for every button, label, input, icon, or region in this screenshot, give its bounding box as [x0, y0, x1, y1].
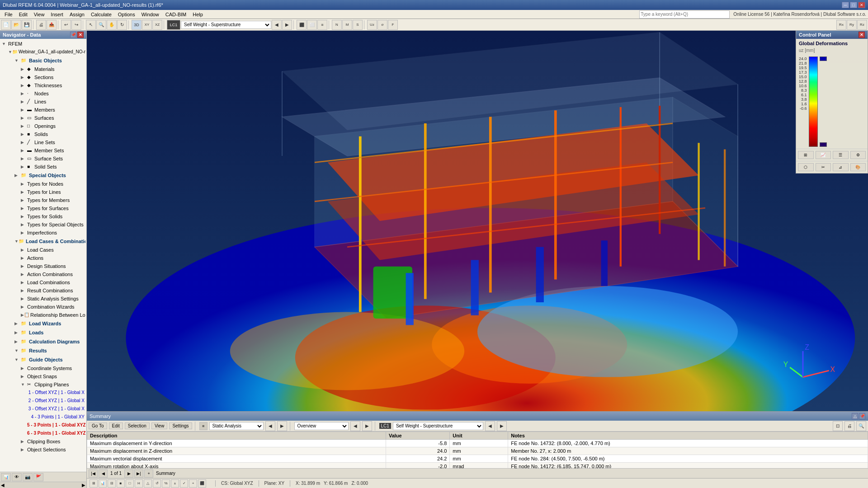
first-page-btn[interactable]: |◀: [89, 469, 98, 478]
menu-assign[interactable]: Assign: [67, 11, 87, 18]
tree-thicknesses[interactable]: ▶◆Thicknesses: [20, 81, 85, 89]
cp-settings-cp-btn[interactable]: ⚙: [850, 151, 866, 159]
surface-btn[interactable]: S: [353, 20, 363, 30]
goto-btn[interactable]: Go To: [89, 422, 107, 429]
tree-load-cases[interactable]: ▶Load Cases: [20, 246, 85, 254]
status-icon-6[interactable]: H: [135, 479, 143, 488]
tree-members[interactable]: ▶▬Members: [20, 106, 85, 114]
load-case-type-btn[interactable]: LC1: [167, 20, 180, 30]
zoom-fit-btn[interactable]: ⊡: [833, 421, 843, 431]
view-3d-btn[interactable]: 3D: [132, 20, 142, 30]
view-btn[interactable]: View: [151, 422, 168, 429]
nav-flag-btn[interactable]: 🚩: [33, 473, 43, 481]
tree-action-combinations[interactable]: ▶Action Combinations: [20, 270, 85, 278]
close-button[interactable]: ✕: [858, 2, 865, 8]
tree-member-sets[interactable]: ▶▬Member Sets: [20, 146, 85, 155]
undo-btn[interactable]: ↩: [61, 20, 71, 30]
tree-load-wizards[interactable]: ▶ 📁 Load Wizards: [14, 319, 85, 328]
edit-btn[interactable]: Edit: [109, 422, 123, 429]
prev-loadcase-btn[interactable]: ◀: [272, 20, 282, 30]
last-page-btn[interactable]: ▶|: [134, 469, 143, 478]
tree-actions[interactable]: ▶Actions: [20, 254, 85, 262]
tree-surfaces[interactable]: ▶▭Surfaces: [20, 114, 85, 122]
tree-solids[interactable]: ▶■Solids: [20, 130, 85, 138]
nav-scroll-right[interactable]: ▶: [82, 483, 85, 488]
clip-plane-6[interactable]: 6 - 3 Points | 1 - Global XYZ: [26, 429, 85, 437]
tree-types-solids[interactable]: ▶Types for Solids: [20, 212, 85, 221]
status-icon-7[interactable]: △: [144, 479, 152, 488]
export-btn[interactable]: 📤: [47, 20, 57, 30]
tree-static-analysis[interactable]: ▶Static Analysis Settings: [20, 295, 85, 303]
status-icon-2[interactable]: 📊: [99, 479, 107, 488]
next-analysis-btn[interactable]: ▶: [277, 421, 287, 431]
status-icon-13[interactable]: ⬛: [198, 479, 206, 488]
keyword-search-input[interactable]: [639, 10, 730, 19]
pan-btn[interactable]: ✋: [107, 20, 117, 30]
maximize-button[interactable]: □: [850, 2, 857, 8]
toggle-basic[interactable]: ▼: [14, 56, 21, 65]
tree-line-sets[interactable]: ▶╱Line Sets: [20, 138, 85, 146]
save-btn[interactable]: 💾: [22, 20, 32, 30]
tree-types-nodes[interactable]: ▶Types for Nodes: [20, 180, 85, 188]
3d-viewport[interactable]: X Y Z Control Panel ✕ Global Deformation…: [87, 31, 868, 411]
tree-result-combinations[interactable]: ▶Result Combinations: [20, 286, 85, 295]
bottom-prev-lc-btn[interactable]: ◀: [485, 421, 495, 431]
tree-design-situations[interactable]: ▶Design Situations: [20, 262, 85, 270]
cp-section-btn[interactable]: ✂: [816, 163, 831, 171]
clip-plane-4[interactable]: 4 - 3 Points | 1 - Global XY: [26, 413, 85, 421]
rotate-y-btn[interactable]: Ry: [847, 20, 857, 30]
tree-guide-objects[interactable]: ▼ 📁 Guide Objects: [14, 355, 85, 364]
tree-basic-objects[interactable]: ▼ 📁 Basic Objects: [14, 56, 85, 65]
status-icon-8[interactable]: ↺: [153, 479, 161, 488]
clip-plane-1[interactable]: 1 - Offset XYZ | 1 - Global X: [26, 389, 85, 397]
tree-types-lines[interactable]: ▶Types for Lines: [20, 188, 85, 196]
nav-data-btn[interactable]: 📊: [1, 473, 11, 481]
next-overview-btn[interactable]: ▶: [362, 421, 372, 431]
bottom-loadcase-selector[interactable]: Self Weight - Superstructure: [393, 422, 483, 430]
tree-nodes[interactable]: ▶·Nodes: [20, 89, 85, 98]
search-results-btn[interactable]: 🔍: [856, 421, 866, 431]
force-btn[interactable]: F: [388, 20, 398, 30]
cp-chart-btn[interactable]: 📈: [816, 151, 831, 159]
stress-btn[interactable]: σ: [377, 20, 387, 30]
tree-calc-diagrams[interactable]: ▶ 📁 Calculation Diagrams: [14, 337, 85, 346]
deform-btn[interactable]: Uz: [367, 20, 377, 30]
rotate-btn[interactable]: ↻: [117, 20, 127, 30]
prev-overview-btn[interactable]: ◀: [350, 421, 360, 431]
clip-plane-2[interactable]: 2 - Offset XYZ | 1 - Global X: [26, 397, 85, 405]
toggle-project[interactable]: ▼: [8, 48, 12, 56]
new-btn[interactable]: 📄: [1, 20, 11, 30]
navigator-close-btn[interactable]: ✕: [77, 32, 84, 38]
tree-results[interactable]: ▼ 📁 Results: [14, 346, 85, 355]
tree-types-special[interactable]: ▶Types for Special Objects: [20, 221, 85, 229]
nav-scroll-left[interactable]: ◀: [1, 483, 5, 488]
status-icon-10[interactable]: ±: [171, 479, 179, 488]
tree-solid-sets[interactable]: ▶■Solid Sets: [20, 163, 85, 171]
menu-view[interactable]: View: [31, 11, 47, 18]
tree-surface-sets[interactable]: ▶▭Surface Sets: [20, 155, 85, 163]
next-loadcase-btn[interactable]: ▶: [282, 20, 292, 30]
zoom-btn[interactable]: 🔍: [96, 20, 106, 30]
menu-help[interactable]: Help: [190, 11, 206, 18]
tree-object-snaps[interactable]: ▶Object Snaps: [20, 372, 85, 380]
tree-sections[interactable]: ▶◆Sections: [20, 73, 85, 81]
cp-filter-btn[interactable]: ⊿: [833, 163, 849, 171]
menu-options[interactable]: Options: [115, 11, 138, 18]
render-btn[interactable]: ⬛: [297, 20, 307, 30]
tree-coord-systems[interactable]: ▶Coordinate Systems: [20, 364, 85, 372]
navigator-pin-btn[interactable]: 📌: [70, 32, 76, 38]
status-icon-11[interactable]: ✓: [180, 479, 188, 488]
view-side-btn[interactable]: XZ: [152, 20, 162, 30]
bottom-panel-expand-btn[interactable]: △: [852, 413, 858, 419]
prev-analysis-btn[interactable]: ◀: [265, 421, 275, 431]
view-front-btn[interactable]: XY: [142, 20, 152, 30]
add-sheet-btn[interactable]: +: [144, 469, 153, 478]
cp-table-btn[interactable]: ⊞: [798, 151, 814, 159]
tree-special-objects[interactable]: ▶ 📁 Special Objects: [14, 171, 85, 180]
wireframe-btn[interactable]: ⬜: [307, 20, 317, 30]
rotate-x-btn[interactable]: Rx: [836, 20, 846, 30]
tree-clipping-boxes[interactable]: ▶Clipping Boxes: [20, 437, 85, 446]
tree-loads[interactable]: ▶ 📁 Loads: [14, 328, 85, 337]
control-panel-close-btn[interactable]: ✕: [859, 32, 865, 38]
tree-materials[interactable]: ▶◆Materials: [20, 65, 85, 73]
